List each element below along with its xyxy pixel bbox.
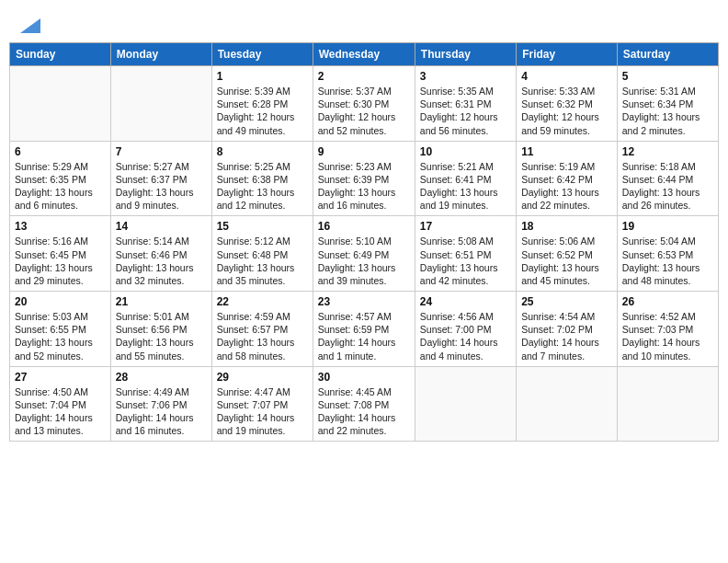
calendar-cell [617,366,718,442]
day-number: 20 [15,295,106,308]
day-info: Sunrise: 4:59 AM Sunset: 6:57 PM Dayligh… [217,310,308,362]
day-info: Sunrise: 5:03 AM Sunset: 6:55 PM Dayligh… [15,310,106,362]
day-number: 15 [217,220,308,233]
day-info: Sunrise: 4:52 AM Sunset: 7:03 PM Dayligh… [622,310,713,362]
svg-marker-0 [20,18,40,33]
calendar-week-row: 13Sunrise: 5:16 AM Sunset: 6:45 PM Dayli… [10,216,719,292]
calendar-cell: 1Sunrise: 5:39 AM Sunset: 6:28 PM Daylig… [211,66,313,142]
day-info: Sunrise: 5:12 AM Sunset: 6:48 PM Dayligh… [217,235,308,287]
calendar-cell: 18Sunrise: 5:06 AM Sunset: 6:52 PM Dayli… [517,216,618,292]
calendar-cell: 4Sunrise: 5:33 AM Sunset: 6:32 PM Daylig… [517,66,618,142]
day-number: 3 [420,70,511,83]
calendar-cell [517,366,618,442]
calendar-cell: 29Sunrise: 4:47 AM Sunset: 7:07 PM Dayli… [211,366,313,442]
day-number: 2 [318,70,410,83]
day-number: 10 [420,145,511,158]
calendar-cell [10,66,111,142]
day-number: 16 [318,220,410,233]
calendar-cell: 3Sunrise: 5:35 AM Sunset: 6:31 PM Daylig… [415,66,516,142]
calendar-cell: 22Sunrise: 4:59 AM Sunset: 6:57 PM Dayli… [211,292,313,367]
calendar-week-row: 27Sunrise: 4:50 AM Sunset: 7:04 PM Dayli… [10,366,719,442]
day-info: Sunrise: 4:54 AM Sunset: 7:02 PM Dayligh… [521,310,612,362]
day-number: 24 [420,295,511,308]
day-number: 13 [15,220,106,233]
day-number: 26 [622,295,713,308]
day-info: Sunrise: 5:14 AM Sunset: 6:46 PM Dayligh… [116,235,207,287]
weekday-header-thursday: Thursday [415,43,516,66]
day-info: Sunrise: 4:45 AM Sunset: 7:08 PM Dayligh… [318,385,410,438]
day-number: 27 [15,371,106,384]
calendar-cell: 24Sunrise: 4:56 AM Sunset: 7:00 PM Dayli… [415,292,516,367]
day-number: 5 [622,70,713,83]
calendar-cell: 8Sunrise: 5:25 AM Sunset: 6:38 PM Daylig… [211,141,313,216]
day-number: 11 [521,145,612,158]
day-info: Sunrise: 4:56 AM Sunset: 7:00 PM Dayligh… [420,310,511,362]
calendar-cell: 9Sunrise: 5:23 AM Sunset: 6:39 PM Daylig… [313,141,415,216]
calendar-cell [415,366,516,442]
day-number: 29 [217,371,308,384]
calendar-table: SundayMondayTuesdayWednesdayThursdayFrid… [9,42,719,442]
day-info: Sunrise: 5:33 AM Sunset: 6:32 PM Dayligh… [521,85,612,137]
day-info: Sunrise: 5:21 AM Sunset: 6:41 PM Dayligh… [420,160,511,213]
day-info: Sunrise: 5:23 AM Sunset: 6:39 PM Dayligh… [318,160,410,213]
weekday-header-friday: Friday [517,43,618,66]
calendar-cell: 19Sunrise: 5:04 AM Sunset: 6:53 PM Dayli… [617,216,718,292]
calendar-cell: 13Sunrise: 5:16 AM Sunset: 6:45 PM Dayli… [10,216,111,292]
day-info: Sunrise: 5:06 AM Sunset: 6:52 PM Dayligh… [521,235,612,287]
day-info: Sunrise: 5:01 AM Sunset: 6:56 PM Dayligh… [116,310,207,362]
calendar-cell: 11Sunrise: 5:19 AM Sunset: 6:42 PM Dayli… [517,141,618,216]
day-number: 7 [116,145,207,158]
day-number: 18 [521,220,612,233]
page-header [9,9,719,37]
day-info: Sunrise: 5:25 AM Sunset: 6:38 PM Dayligh… [217,160,308,213]
day-info: Sunrise: 5:16 AM Sunset: 6:45 PM Dayligh… [15,235,106,287]
day-info: Sunrise: 5:27 AM Sunset: 6:37 PM Dayligh… [116,160,207,213]
day-info: Sunrise: 4:49 AM Sunset: 7:06 PM Dayligh… [116,385,207,438]
calendar-cell: 14Sunrise: 5:14 AM Sunset: 6:46 PM Dayli… [110,216,211,292]
day-info: Sunrise: 5:04 AM Sunset: 6:53 PM Dayligh… [622,235,713,287]
day-info: Sunrise: 4:47 AM Sunset: 7:07 PM Dayligh… [217,385,308,438]
day-number: 4 [521,70,612,83]
day-number: 8 [217,145,308,158]
calendar-cell: 27Sunrise: 4:50 AM Sunset: 7:04 PM Dayli… [10,366,111,442]
day-info: Sunrise: 5:10 AM Sunset: 6:49 PM Dayligh… [318,235,410,287]
day-number: 30 [318,371,410,384]
calendar-week-row: 20Sunrise: 5:03 AM Sunset: 6:55 PM Dayli… [10,292,719,367]
weekday-header-monday: Monday [110,43,211,66]
calendar-cell: 12Sunrise: 5:18 AM Sunset: 6:44 PM Dayli… [617,141,718,216]
day-info: Sunrise: 5:35 AM Sunset: 6:31 PM Dayligh… [420,85,511,137]
calendar-cell: 2Sunrise: 5:37 AM Sunset: 6:30 PM Daylig… [313,66,415,142]
calendar-cell: 6Sunrise: 5:29 AM Sunset: 6:35 PM Daylig… [10,141,111,216]
day-number: 6 [15,145,106,158]
calendar-cell [110,66,211,142]
calendar-cell: 26Sunrise: 4:52 AM Sunset: 7:03 PM Dayli… [617,292,718,367]
day-number: 21 [116,295,207,308]
calendar-cell: 20Sunrise: 5:03 AM Sunset: 6:55 PM Dayli… [10,292,111,367]
day-number: 28 [116,371,207,384]
day-number: 25 [521,295,612,308]
calendar-cell: 10Sunrise: 5:21 AM Sunset: 6:41 PM Dayli… [415,141,516,216]
day-number: 19 [622,220,713,233]
weekday-header-tuesday: Tuesday [211,43,313,66]
calendar-cell: 17Sunrise: 5:08 AM Sunset: 6:51 PM Dayli… [415,216,516,292]
calendar-cell: 7Sunrise: 5:27 AM Sunset: 6:37 PM Daylig… [110,141,211,216]
calendar-cell: 30Sunrise: 4:45 AM Sunset: 7:08 PM Dayli… [313,366,415,442]
weekday-header-sunday: Sunday [10,43,111,66]
day-number: 22 [217,295,308,308]
day-info: Sunrise: 5:08 AM Sunset: 6:51 PM Dayligh… [420,235,511,287]
logo-icon [20,18,40,33]
day-info: Sunrise: 4:50 AM Sunset: 7:04 PM Dayligh… [15,385,106,438]
calendar-week-row: 1Sunrise: 5:39 AM Sunset: 6:28 PM Daylig… [10,66,719,142]
calendar-week-row: 6Sunrise: 5:29 AM Sunset: 6:35 PM Daylig… [10,141,719,216]
calendar-cell: 23Sunrise: 4:57 AM Sunset: 6:59 PM Dayli… [313,292,415,367]
logo [18,17,40,33]
day-info: Sunrise: 4:57 AM Sunset: 6:59 PM Dayligh… [318,310,410,362]
weekday-header-saturday: Saturday [617,43,718,66]
day-info: Sunrise: 5:19 AM Sunset: 6:42 PM Dayligh… [521,160,612,213]
calendar-cell: 5Sunrise: 5:31 AM Sunset: 6:34 PM Daylig… [617,66,718,142]
calendar-cell: 21Sunrise: 5:01 AM Sunset: 6:56 PM Dayli… [110,292,211,367]
calendar-cell: 28Sunrise: 4:49 AM Sunset: 7:06 PM Dayli… [110,366,211,442]
day-number: 12 [622,145,713,158]
calendar-cell: 16Sunrise: 5:10 AM Sunset: 6:49 PM Dayli… [313,216,415,292]
calendar-cell: 25Sunrise: 4:54 AM Sunset: 7:02 PM Dayli… [517,292,618,367]
